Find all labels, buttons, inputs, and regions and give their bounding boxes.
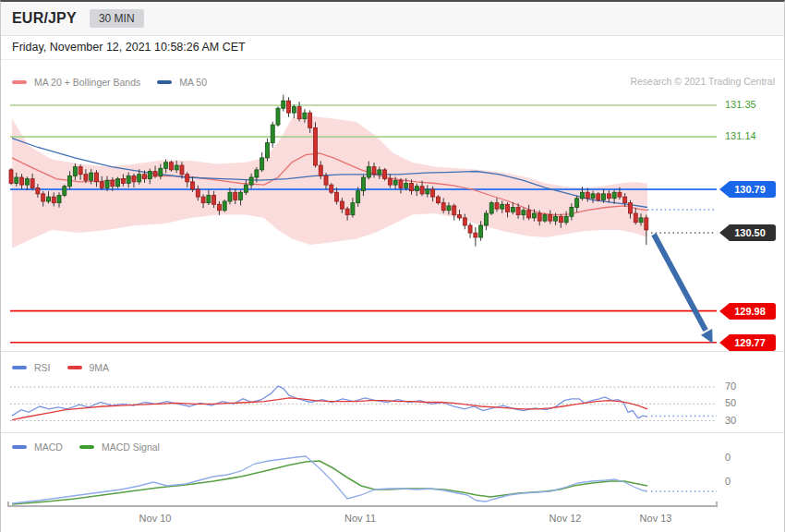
forecast-arrow-head [701, 329, 713, 344]
candlestick [143, 175, 147, 179]
candlestick [537, 213, 541, 221]
candlestick [506, 204, 510, 212]
candlestick [260, 158, 264, 170]
candlestick [244, 185, 248, 192]
candlestick [30, 179, 34, 188]
candlestick [453, 206, 456, 215]
candlestick [175, 165, 178, 170]
candlestick [441, 203, 445, 211]
tag-pointer-icon [719, 303, 730, 320]
support-price-tag: 129.98 [719, 303, 776, 320]
x-axis-line [8, 502, 717, 506]
forecast-arrow-shaft [654, 235, 706, 331]
candlestick [121, 179, 125, 184]
macd-line [12, 456, 647, 503]
candlestick [265, 143, 269, 158]
x-axis-tick-label: Nov 13 [640, 513, 672, 524]
candlestick [324, 175, 328, 185]
candlestick [516, 208, 520, 215]
candlestick [111, 180, 115, 187]
candlestick [68, 175, 72, 186]
candlestick [148, 172, 151, 179]
candlestick [159, 168, 163, 175]
tag-pointer-icon [719, 181, 730, 198]
candlestick [356, 191, 360, 203]
tag-price-text: 129.98 [730, 303, 776, 320]
candlestick [57, 196, 61, 203]
candlestick [436, 197, 440, 203]
candlestick [138, 175, 141, 182]
candlestick [372, 167, 376, 175]
candlestick [607, 194, 610, 199]
candlestick [527, 211, 531, 218]
candlestick [628, 203, 632, 213]
candlestick [308, 113, 312, 127]
candlestick [201, 197, 205, 203]
candlestick [73, 167, 77, 176]
candlestick [361, 177, 365, 191]
candlestick [303, 113, 307, 119]
macd-signal-line [12, 461, 647, 504]
candlestick [458, 215, 462, 218]
candlestick [63, 187, 66, 196]
candlestick [612, 192, 616, 199]
candlestick [426, 189, 429, 194]
candlestick [105, 180, 109, 187]
candlestick [532, 213, 536, 218]
candlestick [169, 163, 173, 170]
candlestick [127, 175, 130, 183]
candlestick [489, 203, 493, 213]
candlestick [479, 225, 483, 237]
candlestick [132, 175, 136, 182]
rsi-level-label: 30 [725, 415, 736, 426]
candlestick [463, 218, 466, 225]
candlestick [292, 107, 296, 114]
candlestick [468, 225, 472, 233]
candlestick [52, 197, 55, 203]
candlestick [645, 218, 648, 230]
candlestick [90, 173, 93, 180]
candlestick [46, 197, 50, 201]
candlestick [313, 127, 317, 165]
candlestick [234, 192, 237, 200]
candlestick [634, 213, 637, 223]
candlestick [297, 107, 301, 119]
candlestick [501, 204, 504, 209]
candlestick [522, 211, 525, 215]
candlestick [207, 196, 211, 203]
candlestick [255, 170, 259, 177]
candlestick [559, 216, 562, 223]
candlestick [410, 184, 414, 191]
candlestick [511, 208, 514, 212]
candlestick [420, 187, 424, 194]
tag-price-text: 130.79 [730, 181, 776, 198]
x-axis-tick-label: Nov 10 [139, 513, 172, 524]
resistance-price-label: 131.14 [725, 130, 756, 141]
candlestick [602, 194, 606, 200]
candlestick [100, 182, 103, 188]
candlestick [249, 177, 253, 185]
candlestick [575, 199, 579, 208]
candlestick [228, 192, 232, 201]
candlestick [388, 179, 392, 186]
candlestick [383, 170, 387, 179]
candlestick [586, 192, 589, 199]
candlestick [78, 167, 82, 175]
candlestick [351, 203, 355, 215]
candlestick [9, 170, 13, 184]
candlestick [554, 216, 558, 221]
candlestick [94, 173, 98, 182]
candlestick [484, 213, 488, 225]
candlestick [549, 215, 552, 222]
rsi-level-label: 50 [725, 397, 736, 408]
candlestick [543, 215, 547, 222]
candlestick [591, 194, 595, 199]
candlestick [618, 192, 622, 197]
candlestick [319, 165, 322, 175]
resistance-price-label: 131.35 [725, 99, 756, 110]
candlestick [495, 203, 499, 210]
candlestick [276, 108, 280, 125]
candlestick [597, 194, 600, 200]
tag-price-text: 129.77 [730, 334, 776, 351]
candlestick [378, 170, 381, 175]
